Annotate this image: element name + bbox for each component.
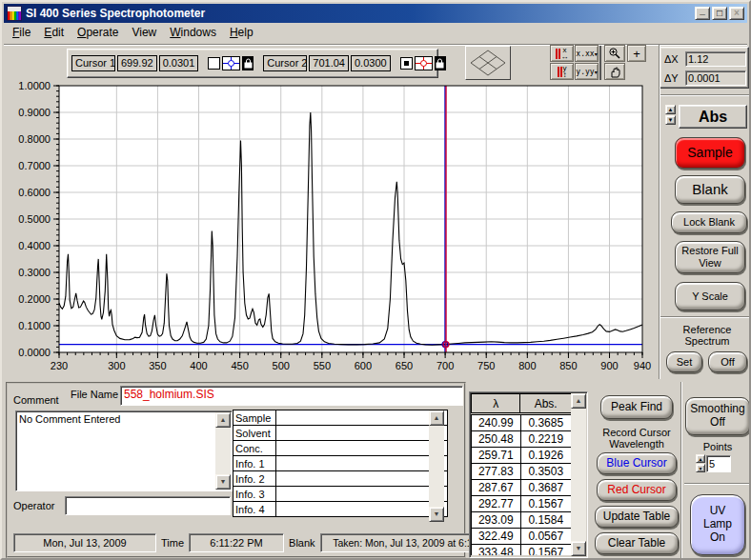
points-value-field[interactable]: 5: [706, 455, 731, 472]
wavelength-row[interactable]: 250.480.2219: [472, 431, 572, 448]
window-controls: _ □ ×: [695, 7, 744, 20]
x-autoscale-button[interactable]: x↔: [550, 45, 574, 62]
cursor1-x-value[interactable]: 699.92: [117, 55, 157, 71]
cursor-actions-panel: Peak Find Record Cursor Wavelength Blue …: [591, 388, 682, 560]
crosshair-tool-button[interactable]: +: [627, 45, 646, 62]
comment-box[interactable]: No Comment Entered ▲ ▼: [15, 410, 233, 491]
diamond-icon: [469, 49, 507, 77]
row-label: Info. 1: [233, 456, 276, 471]
wavelength-row[interactable]: 322.490.0567: [472, 529, 572, 545]
cursor2-style-swatch[interactable]: [400, 57, 413, 70]
comment-scrollbar[interactable]: ▲ ▼: [215, 412, 231, 490]
zoom-tool-button[interactable]: [604, 45, 625, 62]
wavelength-row[interactable]: 277.830.3503: [472, 464, 572, 480]
wavelength-row[interactable]: 240.990.3685: [472, 415, 572, 431]
row-value-cell[interactable]: [276, 426, 448, 441]
wavelength-row[interactable]: 293.090.1584: [472, 512, 572, 529]
app-icon: [7, 6, 22, 21]
uv-divider: [684, 483, 751, 485]
restore-full-view-button[interactable]: Restore Full View: [675, 241, 745, 273]
svg-text:300: 300: [108, 360, 125, 371]
cursor2-x-value[interactable]: 701.04: [309, 55, 349, 71]
menu-operate[interactable]: Operate: [71, 25, 125, 42]
menu-file[interactable]: File: [6, 25, 37, 42]
mode-spin-down[interactable]: ▼: [665, 115, 676, 125]
clear-table-button[interactable]: Clear Table: [595, 532, 679, 554]
mode-spin-up[interactable]: ▲: [665, 105, 676, 114]
row-value-cell[interactable]: [276, 487, 448, 502]
sample-info-row: Info. 4: [233, 502, 448, 517]
maximize-button[interactable]: □: [712, 7, 727, 20]
svg-text:0.0000: 0.0000: [18, 347, 51, 358]
sample-info-scrollbar[interactable]: ▲ ▼: [429, 410, 444, 522]
mode-display[interactable]: Abs: [679, 105, 747, 129]
cursor-legend-panel: Cursor 1 699.92 0.0301 Cursor 2 701.04 0…: [67, 49, 438, 78]
menu-windows[interactable]: Windows: [163, 25, 223, 42]
spectrum-chart[interactable]: 1.00000.90000.80000.70000.60000.50000.40…: [2, 78, 661, 375]
scroll-down-icon[interactable]: ▼: [571, 541, 586, 556]
comment-label: Comment: [13, 394, 59, 406]
sample-info-row: Sample: [233, 410, 448, 426]
row-value-cell[interactable]: [276, 502, 448, 517]
wavelength-row[interactable]: 333.480.1567: [472, 545, 572, 556]
file-name-field[interactable]: 558_holmium.SIS: [120, 386, 463, 406]
row-value-cell[interactable]: [276, 441, 448, 456]
x-format-button[interactable]: x.xx▾: [575, 45, 599, 62]
sample-info-row: Solvent: [233, 426, 448, 441]
points-spin-down[interactable]: ▼: [696, 464, 705, 472]
row-value-cell[interactable]: [276, 471, 448, 487]
cursor-mover-control[interactable]: [465, 46, 511, 80]
wavelength-row[interactable]: 287.670.3687: [472, 480, 572, 496]
red-cursor-button[interactable]: Red Cursor: [597, 479, 677, 501]
wavelength-row[interactable]: 259.710.1926: [472, 448, 572, 464]
menu-view[interactable]: View: [125, 25, 163, 42]
cursor2-y-value[interactable]: 0.0300: [351, 55, 391, 71]
scroll-up-icon[interactable]: ▲: [429, 410, 444, 426]
reference-set-button[interactable]: Set: [666, 351, 702, 372]
scroll-up-icon[interactable]: ▲: [215, 412, 231, 428]
menu-edit[interactable]: Edit: [37, 25, 71, 42]
uv-lamp-button[interactable]: UV Lamp On: [690, 494, 745, 555]
scroll-down-icon[interactable]: ▼: [215, 474, 231, 490]
sample-button[interactable]: Sample: [675, 137, 745, 169]
cursor1-y-value[interactable]: 0.0301: [159, 55, 199, 71]
close-button[interactable]: ×: [729, 7, 744, 20]
update-table-button[interactable]: Update Table: [595, 506, 679, 528]
sample-info-row: Conc.: [233, 441, 448, 456]
cursor1-crosshair-icon[interactable]: [222, 56, 240, 70]
wavelength-scrollbar[interactable]: ▲ ▼: [571, 393, 586, 556]
minimize-button[interactable]: _: [695, 7, 710, 20]
cursor2-crosshair-icon[interactable]: [415, 56, 433, 70]
menu-help[interactable]: Help: [223, 25, 260, 42]
row-label: Conc.: [233, 441, 276, 456]
hand-icon: [609, 66, 621, 78]
lock-blank-button[interactable]: Lock Blank: [671, 211, 747, 233]
scroll-up-icon[interactable]: ▲: [571, 393, 586, 409]
row-value-cell[interactable]: [276, 410, 448, 426]
smoothing-button[interactable]: Smoothing Off: [685, 397, 750, 435]
cursor2-lock-icon[interactable]: [435, 56, 446, 70]
y-scale-button[interactable]: Y Scale: [675, 282, 745, 310]
wavelength-table[interactable]: 240.990.3685250.480.2219259.710.1926277.…: [471, 414, 572, 555]
title-bar: SI 400 Series Spectrophotometer _ □ ×: [4, 4, 747, 23]
delta-x-label: ΔX: [664, 53, 685, 65]
peak-find-button[interactable]: Peak Find: [600, 395, 673, 419]
x-lock-icon: [556, 49, 560, 59]
magnifier-icon: [608, 47, 621, 60]
row-value-cell[interactable]: [276, 456, 448, 471]
reference-off-button[interactable]: Off: [708, 351, 747, 372]
row-label: Solvent: [233, 426, 276, 441]
points-label: Points: [682, 441, 751, 452]
blue-cursor-button[interactable]: Blue Cursor: [597, 452, 677, 474]
svg-text:850: 850: [559, 360, 577, 371]
cursor1-lock-icon[interactable]: [242, 56, 254, 70]
blank-button[interactable]: Blank: [675, 175, 745, 204]
sample-info-table: SampleSolventConc.Info. 1Info. 2Info. 3I…: [233, 410, 448, 517]
cursor1-style-swatch[interactable]: [208, 57, 220, 70]
operator-field[interactable]: [65, 496, 231, 515]
svg-text:0.6000: 0.6000: [18, 187, 51, 198]
svg-text:1.0000: 1.0000: [18, 80, 51, 91]
points-spin-up[interactable]: ▲: [696, 454, 705, 463]
wavelength-row[interactable]: 292.770.1567: [472, 496, 572, 512]
scroll-down-icon[interactable]: ▼: [429, 507, 444, 522]
